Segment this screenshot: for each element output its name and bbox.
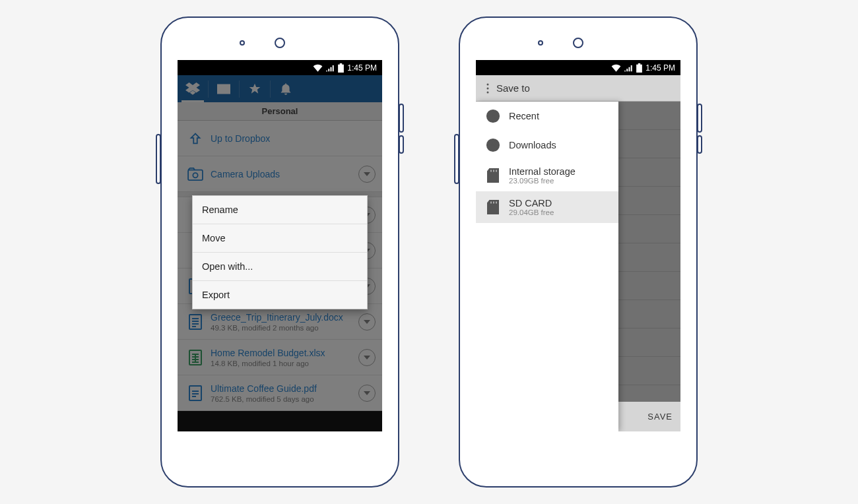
drawer-item-internal-storage[interactable]: Internal storage 23.09GB free — [476, 160, 618, 191]
phone-side-button — [399, 135, 404, 154]
menu-export[interactable]: Export — [193, 281, 367, 309]
save-to-header: Save to — [476, 75, 680, 102]
wifi-icon — [313, 64, 323, 72]
drawer-label: SD CARD — [509, 198, 554, 208]
drawer-label: Internal storage — [509, 166, 576, 177]
phone-side-button — [697, 104, 702, 133]
clock-icon — [486, 109, 500, 123]
svg-rect-11 — [490, 170, 492, 172]
phone-bezel-top — [460, 18, 696, 60]
save-to-title: Save to — [496, 82, 530, 94]
menu-rename[interactable]: Rename — [193, 196, 367, 224]
phone-sensor — [240, 40, 245, 46]
svg-rect-16 — [496, 201, 497, 204]
signal-icon — [326, 64, 335, 72]
sd-card-icon — [487, 200, 499, 214]
sd-card-icon — [487, 168, 499, 183]
svg-point-6 — [487, 83, 489, 85]
svg-rect-14 — [490, 201, 492, 204]
screen-left: 1:45 PM Personal — [178, 60, 382, 431]
drawer-toggle-icon[interactable] — [486, 82, 490, 94]
drawer-item-downloads[interactable]: Downloads — [476, 131, 618, 160]
signal-icon — [624, 64, 633, 72]
svg-rect-13 — [496, 170, 497, 172]
battery-icon — [338, 63, 344, 73]
context-menu: Rename Move Open with... Export — [192, 195, 368, 309]
svg-point-8 — [487, 91, 489, 93]
wifi-icon — [611, 64, 621, 72]
svg-point-7 — [487, 87, 489, 89]
phone-side-button — [454, 134, 459, 184]
save-button[interactable]: SAVE — [618, 402, 680, 431]
phone-side-button — [156, 134, 161, 184]
phone-side-button — [399, 104, 404, 133]
phone-speaker — [275, 38, 285, 48]
battery-icon — [636, 63, 642, 73]
status-time: 1:45 PM — [347, 63, 377, 73]
folder-content-pane: SAVE — [618, 102, 680, 431]
svg-rect-12 — [493, 170, 494, 172]
status-bar: 1:45 PM — [476, 60, 680, 75]
save-drawer: Recent Downloads Internal storage 23.09G… — [476, 102, 618, 431]
phone-speaker — [573, 38, 583, 48]
drawer-sublabel: 29.04GB free — [509, 208, 554, 216]
menu-open-with[interactable]: Open with... — [193, 253, 367, 281]
status-time: 1:45 PM — [645, 63, 675, 73]
drawer-item-recent[interactable]: Recent — [476, 102, 618, 131]
download-icon — [486, 138, 500, 152]
svg-rect-15 — [493, 201, 494, 204]
phone-sensor — [538, 40, 543, 46]
drawer-item-sd-card[interactable]: SD CARD 29.04GB free — [476, 191, 618, 223]
phone-bezel-top — [162, 18, 398, 60]
drawer-sublabel: 23.09GB free — [509, 177, 576, 185]
phone-mockup-left: 1:45 PM Personal — [160, 16, 399, 488]
screen-right: 1:45 PM Save to Recent Downloads — [476, 60, 680, 431]
phone-side-button — [697, 135, 702, 154]
drawer-label: Recent — [509, 111, 539, 121]
phone-mockup-right: 1:45 PM Save to Recent Downloads — [459, 16, 698, 488]
status-bar: 1:45 PM — [178, 60, 382, 75]
drawer-label: Downloads — [509, 140, 556, 150]
menu-move[interactable]: Move — [193, 224, 367, 253]
